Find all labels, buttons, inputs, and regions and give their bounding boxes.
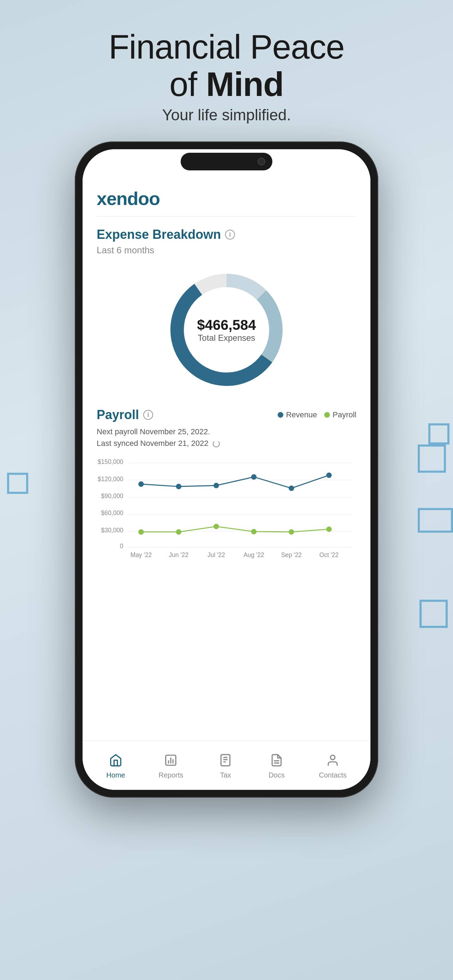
svg-text:May '22: May '22	[130, 551, 152, 558]
svg-point-33	[331, 755, 335, 760]
next-payroll-text: Next payroll November 25, 2022. Last syn…	[97, 426, 356, 449]
svg-text:$150,000: $150,000	[98, 458, 124, 465]
nav-docs[interactable]: Docs	[268, 751, 285, 779]
bg-decoration-2	[428, 423, 450, 444]
nav-docs-label: Docs	[269, 771, 285, 779]
nav-reports-label: Reports	[158, 771, 183, 779]
svg-text:$60,000: $60,000	[101, 510, 124, 517]
svg-text:0: 0	[120, 543, 124, 550]
payroll-dot	[324, 412, 330, 418]
svg-text:Sep '22: Sep '22	[281, 551, 302, 558]
total-amount: $466,584	[197, 317, 256, 333]
phone-screen: xendoo Expense Breakdown i Last 6 months	[83, 149, 370, 790]
payroll-dot-may	[138, 529, 144, 535]
nav-tax-label: Tax	[220, 771, 231, 779]
tax-icon	[217, 751, 234, 769]
hero-section: Financial Peace of Mind Your life simpli…	[109, 28, 344, 124]
payroll-section: Payroll i Revenue Payroll	[97, 407, 356, 563]
nav-home-label: Home	[106, 771, 125, 779]
total-label: Total Expenses	[197, 333, 256, 343]
revenue-dot	[278, 412, 283, 418]
revenue-dot-jul	[213, 483, 219, 488]
payroll-dot-oct	[326, 527, 332, 532]
payroll-title-group: Payroll i	[97, 407, 153, 422]
revenue-legend-item: Revenue	[278, 410, 317, 420]
nav-tax[interactable]: Tax	[217, 751, 234, 779]
app-logo-container: xendoo	[97, 177, 356, 216]
sync-icon	[213, 440, 220, 447]
payroll-dot-jul	[213, 524, 219, 529]
revenue-dot-may	[138, 482, 144, 487]
phone-mockup: xendoo Expense Breakdown i Last 6 months	[75, 142, 378, 798]
revenue-dot-jun	[176, 484, 181, 489]
revenue-dot-aug	[251, 474, 256, 479]
svg-text:$90,000: $90,000	[101, 492, 124, 500]
payroll-title: Payroll	[97, 407, 139, 422]
nav-home[interactable]: Home	[106, 751, 125, 779]
xendoo-logo: xendoo	[97, 188, 160, 209]
donut-center-text: $466,584 Total Expenses	[197, 317, 256, 343]
revenue-dot-sep	[289, 485, 294, 491]
phone-frame: xendoo Expense Breakdown i Last 6 months	[75, 142, 378, 798]
svg-text:Jun '22: Jun '22	[169, 551, 189, 558]
svg-text:Oct '22: Oct '22	[319, 551, 339, 558]
donut-chart-container: $466,584 Total Expenses	[97, 266, 356, 393]
dynamic-island	[181, 153, 272, 170]
hero-subtitle: Your life simplified.	[109, 106, 344, 124]
line-chart-container: $150,000 $120,000 $90,000 $60,000 $30,00…	[97, 456, 356, 563]
contacts-icon	[324, 751, 342, 769]
hero-title: Financial Peace of Mind	[109, 28, 344, 103]
expense-info-icon[interactable]: i	[225, 230, 235, 240]
bg-decoration-5	[420, 600, 448, 628]
svg-text:$120,000: $120,000	[98, 476, 124, 483]
payroll-legend: Revenue Payroll	[278, 410, 356, 420]
home-icon	[107, 751, 124, 769]
payroll-dot-aug	[251, 529, 256, 534]
reports-icon	[162, 751, 180, 769]
bottom-nav: Home Reports	[83, 740, 370, 790]
expense-subtitle: Last 6 months	[97, 245, 356, 256]
front-camera	[257, 158, 265, 165]
app-content: xendoo Expense Breakdown i Last 6 months	[83, 177, 370, 740]
line-chart-svg: $150,000 $120,000 $90,000 $60,000 $30,00…	[97, 456, 356, 562]
status-bar	[83, 149, 370, 177]
revenue-dot-oct	[326, 473, 332, 478]
nav-contacts[interactable]: Contacts	[319, 751, 347, 779]
svg-text:Aug '22: Aug '22	[243, 551, 264, 558]
payroll-legend-item: Payroll	[324, 410, 356, 420]
payroll-dot-sep	[289, 529, 294, 535]
revenue-label: Revenue	[286, 410, 317, 420]
svg-text:Jul '22: Jul '22	[207, 551, 225, 558]
svg-text:$30,000: $30,000	[101, 527, 124, 534]
payroll-info-icon[interactable]: i	[143, 410, 153, 420]
nav-contacts-label: Contacts	[319, 771, 347, 779]
payroll-header: Payroll i Revenue Payroll	[97, 407, 356, 422]
bg-decoration-4	[7, 473, 28, 494]
expense-header: Expense Breakdown i	[97, 227, 356, 242]
bg-decoration-3	[418, 508, 453, 533]
docs-icon	[268, 751, 285, 769]
nav-reports[interactable]: Reports	[158, 751, 183, 779]
donut-chart: $466,584 Total Expenses	[163, 266, 290, 393]
payroll-dot-jun	[176, 529, 181, 535]
expense-title: Expense Breakdown	[97, 227, 221, 242]
bg-decoration-1	[418, 444, 446, 473]
payroll-label: Payroll	[333, 410, 356, 420]
